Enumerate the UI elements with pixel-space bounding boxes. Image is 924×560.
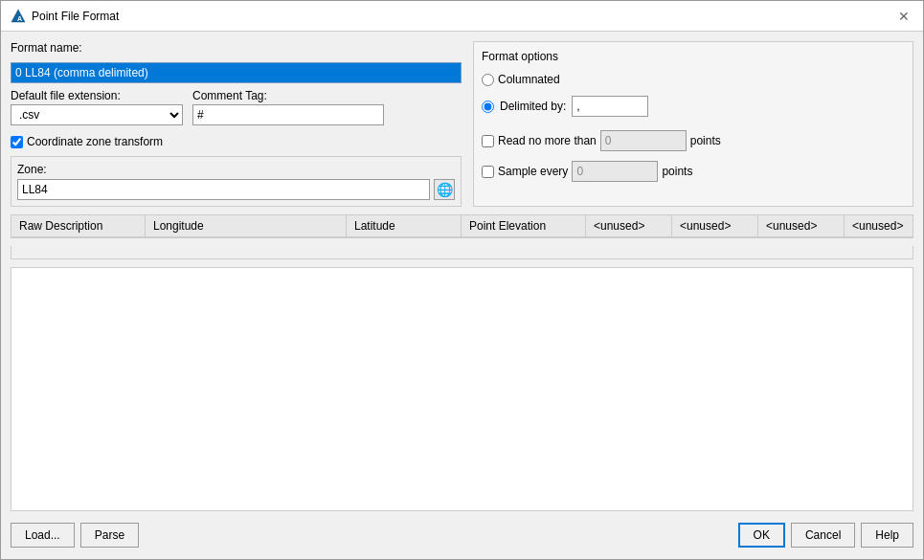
delimited-row: Delimited by: xyxy=(482,96,905,117)
data-area[interactable] xyxy=(11,267,913,511)
zone-input[interactable] xyxy=(17,179,430,200)
point-file-format-dialog: A Point File Format ✕ Format name: Defau… xyxy=(0,0,924,560)
dialog-title: Point File Format xyxy=(32,10,119,23)
sample-every-checkbox[interactable] xyxy=(482,166,494,178)
delimited-radio[interactable] xyxy=(482,101,494,113)
zone-label: Zone: xyxy=(17,163,455,176)
bottom-left-buttons: Load... Parse xyxy=(11,523,139,548)
top-section: Format name: Default file extension: .cs… xyxy=(11,41,913,207)
columns-section: Raw Description Longitude Latitude Point… xyxy=(11,214,913,238)
sample-every-input[interactable] xyxy=(572,161,658,182)
bottom-bar: Load... Parse OK Cancel Help xyxy=(11,519,913,549)
columnated-row: Columnated xyxy=(482,73,905,86)
dialog-body: Format name: Default file extension: .cs… xyxy=(1,32,923,559)
col-header-5[interactable]: <unused> xyxy=(672,215,758,236)
row-two: Default file extension: .csv Comment Tag… xyxy=(11,89,462,125)
col-header-2[interactable]: Latitude xyxy=(347,215,462,236)
zone-row: Zone: 🌐 xyxy=(11,156,462,207)
default-ext-group: Default file extension: .csv xyxy=(11,89,183,125)
read-no-more-unit: points xyxy=(690,134,721,147)
columnated-label: Columnated xyxy=(498,73,560,86)
cancel-button[interactable]: Cancel xyxy=(791,523,855,548)
zone-input-row: 🌐 xyxy=(17,179,455,200)
format-options-title: Format options xyxy=(482,50,905,63)
globe-button[interactable]: 🌐 xyxy=(434,179,455,200)
col-header-6[interactable]: <unused> xyxy=(758,215,845,236)
bottom-right-buttons: OK Cancel Help xyxy=(738,523,913,548)
read-no-more-input[interactable] xyxy=(600,130,687,151)
sample-every-unit: points xyxy=(662,165,692,178)
load-button[interactable]: Load... xyxy=(11,523,75,548)
close-button[interactable]: ✕ xyxy=(894,10,913,23)
col-header-1[interactable]: Longitude xyxy=(146,215,347,236)
sample-every-label: Sample every xyxy=(498,165,568,178)
delimited-label: Delimited by: xyxy=(500,100,566,113)
app-icon: A xyxy=(11,9,26,24)
col-header-0[interactable]: Raw Description xyxy=(11,215,146,236)
columns-header: Raw Description Longitude Latitude Point… xyxy=(11,215,913,237)
horizontal-scrollbar[interactable] xyxy=(11,246,913,259)
comment-tag-input[interactable] xyxy=(192,104,384,125)
svg-text:A: A xyxy=(17,15,22,22)
delimiter-input[interactable] xyxy=(572,96,648,117)
coord-zone-checkbox[interactable] xyxy=(11,136,23,148)
help-button[interactable]: Help xyxy=(861,523,913,548)
format-name-label: Format name: xyxy=(11,41,462,55)
format-name-input[interactable] xyxy=(11,62,462,83)
default-ext-select[interactable]: .csv xyxy=(11,104,183,125)
right-panel: Format options Columnated Delimited by: … xyxy=(473,41,913,207)
read-no-more-row: Read no more than points xyxy=(482,130,905,151)
coord-zone-label: Coordinate zone transform xyxy=(27,135,163,148)
sample-every-row: Sample every points xyxy=(482,161,905,182)
col-header-4[interactable]: <unused> xyxy=(586,215,672,236)
col-header-3[interactable]: Point Elevation xyxy=(462,215,586,236)
read-no-more-label: Read no more than xyxy=(498,134,597,147)
titlebar: A Point File Format ✕ xyxy=(1,1,923,32)
coord-zone-row: Coordinate zone transform xyxy=(11,135,462,148)
columnated-radio[interactable] xyxy=(482,74,494,86)
left-panel: Format name: Default file extension: .cs… xyxy=(11,41,462,207)
titlebar-left: A Point File Format xyxy=(11,9,119,24)
comment-tag-label: Comment Tag: xyxy=(192,89,384,102)
col-header-7[interactable]: <unused> xyxy=(845,215,913,236)
default-ext-label: Default file extension: xyxy=(11,89,183,102)
ok-button[interactable]: OK xyxy=(738,523,785,548)
parse-button[interactable]: Parse xyxy=(80,523,139,548)
read-no-more-checkbox[interactable] xyxy=(482,135,494,147)
comment-tag-group: Comment Tag: xyxy=(192,89,384,125)
